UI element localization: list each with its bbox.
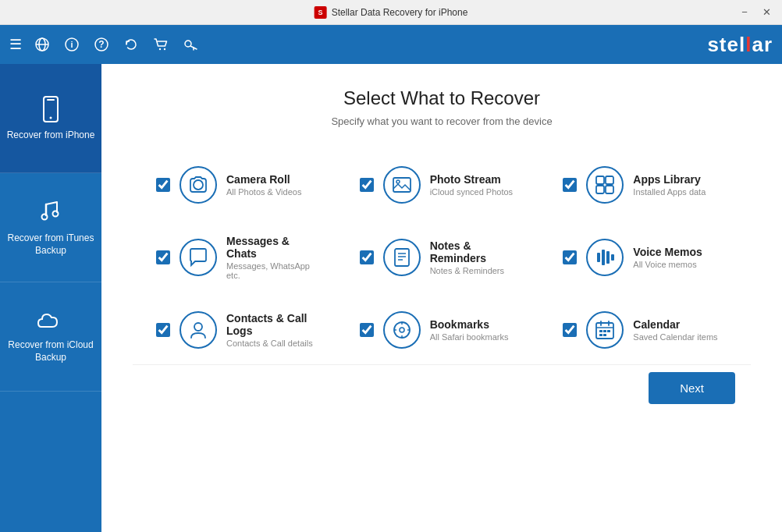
svg-point-7	[159, 48, 161, 50]
svg-rect-44	[603, 330, 606, 332]
item-desc-photo-stream: iCloud synced Photos	[430, 187, 513, 197]
sidebar-iphone-label: Recover from iPhone	[7, 129, 95, 142]
checkbox-voice-memos[interactable]	[563, 250, 577, 264]
globe-icon[interactable]	[31, 34, 53, 55]
svg-rect-30	[606, 251, 610, 264]
svg-point-15	[42, 214, 48, 219]
svg-rect-23	[606, 186, 613, 193]
item-name-voice-memos: Voice Memos	[633, 246, 702, 258]
item-desc-apps-library: Installed Apps data	[633, 187, 706, 197]
checkbox-contacts-logs[interactable]	[156, 323, 170, 337]
recovery-item-bookmarks: Bookmarks All Safari bookmarks	[352, 303, 532, 356]
sidebar: Recover from iPhone Recover from iTunes …	[0, 64, 101, 532]
item-desc-bookmarks: All Safari bookmarks	[430, 332, 509, 342]
icon-contacts-logs	[180, 311, 217, 349]
svg-point-19	[396, 180, 400, 183]
toolbar: ☰ i ? stellar	[0, 25, 782, 64]
item-desc-calendar: Saved Calendar items	[633, 332, 717, 342]
icon-camera-roll	[180, 166, 217, 204]
svg-point-16	[53, 211, 59, 216]
svg-point-8	[164, 48, 165, 50]
svg-rect-24	[395, 249, 409, 266]
sidebar-item-iphone[interactable]: Recover from iPhone	[0, 64, 101, 173]
recovery-item-contacts-logs: Contacts & Call Logs Contacts & Call det…	[148, 303, 329, 356]
sidebar-item-itunes[interactable]: Recover from iTunes Backup	[0, 173, 101, 282]
svg-rect-22	[596, 186, 604, 193]
key-icon[interactable]	[180, 34, 201, 55]
titlebar-title: S Stellar Data Recovery for iPhone	[315, 6, 468, 19]
item-desc-contacts-logs: Contacts & Call details	[226, 339, 321, 348]
icon-voice-memos	[586, 239, 624, 276]
svg-rect-21	[606, 176, 613, 184]
svg-text:i: i	[70, 40, 73, 49]
recovery-grid: Camera Roll All Photos & Videos Photo St…	[133, 151, 751, 364]
checkbox-photo-stream[interactable]	[360, 178, 374, 192]
icon-notes-reminders	[383, 239, 421, 276]
icon-photo-stream	[383, 166, 421, 204]
content-area: Select What to Recover Specify what you …	[101, 64, 782, 532]
checkbox-apps-library[interactable]	[563, 178, 577, 192]
sidebar-itunes-label: Recover from iTunes Backup	[6, 232, 95, 257]
svg-rect-47	[603, 334, 606, 336]
next-button[interactable]: Next	[649, 372, 735, 404]
refresh-icon[interactable]	[120, 34, 142, 55]
itunes-icon	[37, 198, 65, 226]
page-subtitle: Specify what you want to recover from th…	[133, 115, 751, 127]
recovery-item-photo-stream: Photo Stream iCloud synced Photos	[352, 158, 532, 211]
stellar-logo: stellar	[707, 33, 773, 57]
titlebar-text: Stellar Data Recovery for iPhone	[332, 7, 468, 18]
svg-point-38	[400, 328, 404, 332]
titlebar-controls: − ✕	[735, 3, 776, 22]
toolbar-icons: i ?	[31, 34, 201, 55]
page-title: Select What to Recover	[133, 87, 751, 109]
svg-rect-29	[602, 250, 605, 265]
checkbox-camera-roll[interactable]	[156, 178, 170, 192]
item-desc-messages-chats: Messages, WhatsApp etc.	[226, 261, 321, 280]
recovery-item-notes-reminders: Notes & Reminders Notes & Reminders	[352, 227, 532, 288]
svg-rect-18	[393, 178, 411, 192]
iphone-icon	[37, 95, 65, 123]
checkbox-notes-reminders[interactable]	[360, 250, 374, 264]
item-name-messages-chats: Messages & Chats	[226, 235, 321, 260]
svg-rect-45	[607, 330, 610, 332]
svg-rect-46	[599, 334, 602, 336]
item-name-bookmarks: Bookmarks	[430, 318, 509, 331]
recovery-item-apps-library: Apps Library Installed Apps data	[555, 158, 735, 211]
footer: Next	[133, 364, 751, 411]
sidebar-icloud-label: Recover from iCloud Backup	[6, 339, 95, 364]
cart-icon[interactable]	[150, 34, 172, 55]
svg-rect-31	[611, 254, 614, 261]
icloud-icon	[35, 310, 66, 333]
minimize-button[interactable]: −	[735, 3, 754, 22]
help-icon[interactable]: ?	[91, 34, 112, 55]
item-name-apps-library: Apps Library	[633, 173, 706, 186]
recovery-item-camera-roll: Camera Roll All Photos & Videos	[148, 158, 329, 211]
icon-messages-chats	[180, 239, 217, 276]
svg-point-17	[194, 180, 203, 190]
item-name-calendar: Calendar	[633, 318, 717, 331]
item-name-camera-roll: Camera Roll	[226, 173, 301, 186]
main-layout: Recover from iPhone Recover from iTunes …	[0, 64, 782, 532]
item-name-photo-stream: Photo Stream	[430, 173, 513, 186]
item-name-notes-reminders: Notes & Reminders	[430, 239, 524, 264]
item-desc-notes-reminders: Notes & Reminders	[430, 266, 524, 275]
svg-rect-20	[596, 176, 604, 184]
hamburger-icon[interactable]: ☰	[9, 36, 22, 53]
info-circle-icon[interactable]: i	[61, 34, 83, 55]
icon-calendar	[586, 311, 624, 349]
svg-point-32	[194, 323, 202, 331]
checkbox-messages-chats[interactable]	[156, 250, 170, 264]
icon-apps-library	[586, 166, 624, 204]
checkbox-calendar[interactable]	[563, 323, 577, 337]
sidebar-item-icloud[interactable]: Recover from iCloud Backup	[0, 282, 101, 392]
close-button[interactable]: ✕	[757, 3, 776, 22]
item-desc-voice-memos: All Voice memos	[633, 260, 702, 269]
svg-rect-28	[597, 253, 600, 262]
app-icon: S	[315, 6, 327, 19]
recovery-item-voice-memos: Voice Memos All Voice memos	[555, 227, 735, 288]
svg-rect-43	[599, 330, 602, 332]
item-name-contacts-logs: Contacts & Call Logs	[226, 312, 321, 337]
svg-text:?: ?	[98, 39, 104, 50]
titlebar: S Stellar Data Recovery for iPhone − ✕	[0, 0, 782, 25]
checkbox-bookmarks[interactable]	[360, 323, 374, 337]
